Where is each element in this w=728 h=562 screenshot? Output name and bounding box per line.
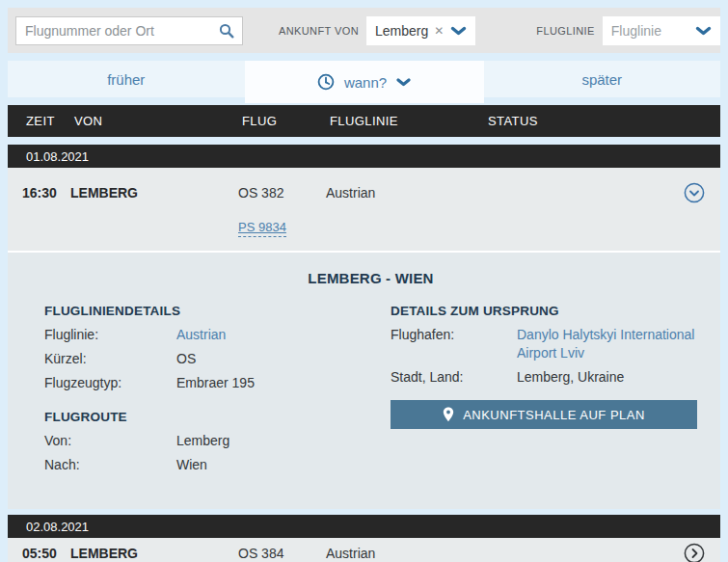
detail-label: Flugzeugtyp: bbox=[44, 374, 176, 392]
detail-label: Fluglinie: bbox=[44, 326, 176, 344]
chevron-down-icon bbox=[695, 26, 712, 36]
detail-value: OS bbox=[176, 350, 196, 368]
detail-row-airport: Flughafen: Danylo Halytskyi Internationa… bbox=[391, 326, 697, 362]
header-status: STATUS bbox=[488, 114, 678, 128]
arrival-hall-map-button[interactable]: ANKUNFTSHALLE AUF PLAN bbox=[391, 400, 697, 429]
header-from: VON bbox=[74, 114, 242, 128]
expand-row-button[interactable] bbox=[678, 543, 720, 562]
detail-value: Wien bbox=[176, 456, 207, 474]
search-input[interactable] bbox=[16, 23, 219, 39]
detail-row-airline: Fluglinie: Austrian bbox=[44, 326, 391, 344]
flight-origin: LEMBERG bbox=[70, 546, 238, 561]
clock-icon bbox=[317, 73, 335, 91]
arrival-from-value: Lemberg bbox=[375, 23, 432, 39]
flight-row-expanded[interactable]: 16:30 LEMBERG OS 382 Austrian PS 9834 bbox=[8, 168, 720, 251]
detail-label: Kürzel: bbox=[44, 350, 176, 368]
earlier-button[interactable]: früher bbox=[8, 61, 245, 97]
details-title: LEMBERG - WIEN bbox=[44, 270, 697, 286]
circle-chevron-down-icon bbox=[684, 182, 705, 203]
detail-row-code: Kürzel: OS bbox=[44, 350, 391, 368]
table-header: ZEIT VON FLUG FLUGLINIE STATUS bbox=[8, 105, 720, 137]
detail-row-to: Nach: Wien bbox=[44, 456, 391, 474]
airline-details-heading: FLUGLINIENDETAILS bbox=[44, 304, 391, 318]
airline-select-placeholder: Fluglinie bbox=[611, 23, 695, 39]
chevron-down-icon bbox=[450, 26, 467, 36]
detail-value: Lemberg bbox=[176, 432, 229, 450]
collapse-row-button[interactable] bbox=[678, 182, 720, 203]
detail-value: Embraer 195 bbox=[176, 374, 255, 392]
detail-label: Flughafen: bbox=[391, 326, 517, 362]
codeshare-link[interactable]: PS 9834 bbox=[238, 220, 286, 237]
airport-link[interactable]: Danylo Halytskyi International Airport L… bbox=[517, 326, 697, 362]
arrival-from-label: ANKUNFT VON bbox=[279, 25, 359, 37]
arrival-from-select[interactable]: Lemberg ✕ bbox=[366, 16, 475, 45]
map-button-label: ANKUNFTSHALLE AUF PLAN bbox=[463, 408, 645, 422]
flight-row[interactable]: 05:50 LEMBERG OS 384 Austrian bbox=[8, 538, 720, 562]
flight-time: 16:30 bbox=[22, 185, 70, 201]
later-button[interactable]: später bbox=[484, 61, 721, 97]
circle-chevron-right-icon bbox=[684, 543, 705, 562]
later-label: später bbox=[581, 71, 622, 88]
detail-label: Stadt, Land: bbox=[391, 368, 517, 387]
date-bar: 02.08.2021 bbox=[8, 515, 720, 538]
flight-number: OS 382 bbox=[238, 185, 326, 201]
airline-select[interactable]: Fluglinie bbox=[603, 16, 720, 45]
header-flight: FLUG bbox=[242, 114, 330, 128]
origin-details-heading: DETAILS ZUM URSPRUNG bbox=[391, 304, 697, 318]
search-box bbox=[15, 16, 243, 45]
search-icon[interactable] bbox=[219, 23, 234, 39]
flight-origin: LEMBERG bbox=[70, 185, 238, 201]
detail-row-aircraft: Flugzeugtyp: Embraer 195 bbox=[44, 374, 391, 392]
date-label: 01.08.2021 bbox=[26, 149, 89, 164]
when-label: wann? bbox=[344, 74, 387, 91]
flight-time: 05:50 bbox=[22, 546, 70, 561]
airline-link[interactable]: Austrian bbox=[176, 326, 226, 344]
header-airline: FLUGLINIE bbox=[330, 114, 488, 128]
clear-icon[interactable]: ✕ bbox=[434, 24, 444, 38]
route-heading: FLUGROUTE bbox=[44, 410, 391, 424]
date-label: 02.08.2021 bbox=[26, 520, 89, 534]
when-dropdown[interactable]: wann? bbox=[245, 61, 484, 103]
arrivals-page: ANKUNFT VON Lemberg ✕ FLUGLINIE Fluglini… bbox=[0, 0, 728, 562]
earlier-label: früher bbox=[107, 71, 145, 88]
flight-details-panel: LEMBERG - WIEN FLUGLINIENDETAILS Fluglin… bbox=[8, 251, 720, 509]
flight-number: OS 384 bbox=[238, 546, 326, 561]
filter-bar: ANKUNFT VON Lemberg ✕ FLUGLINIE Fluglini… bbox=[8, 8, 720, 53]
flight-airline: Austrian bbox=[326, 546, 484, 561]
time-nav: früher wann? später bbox=[8, 61, 720, 97]
map-pin-icon bbox=[443, 407, 454, 422]
detail-row-from: Von: Lemberg bbox=[44, 432, 391, 450]
chevron-down-icon bbox=[396, 78, 411, 87]
header-time: ZEIT bbox=[26, 114, 74, 128]
detail-label: Von: bbox=[44, 432, 176, 450]
details-right-column: DETAILS ZUM URSPRUNG Flughafen: Danylo H… bbox=[391, 304, 697, 480]
detail-row-city: Stadt, Land: Lemberg, Ukraine bbox=[391, 368, 697, 387]
detail-label: Nach: bbox=[44, 456, 176, 474]
flight-airline: Austrian bbox=[326, 185, 484, 201]
date-bar: 01.08.2021 bbox=[8, 145, 720, 168]
airline-filter-label: FLUGLINIE bbox=[536, 25, 594, 37]
detail-value: Lemberg, Ukraine bbox=[517, 368, 624, 387]
details-left-column: FLUGLINIENDETAILS Fluglinie: Austrian Kü… bbox=[44, 304, 391, 480]
